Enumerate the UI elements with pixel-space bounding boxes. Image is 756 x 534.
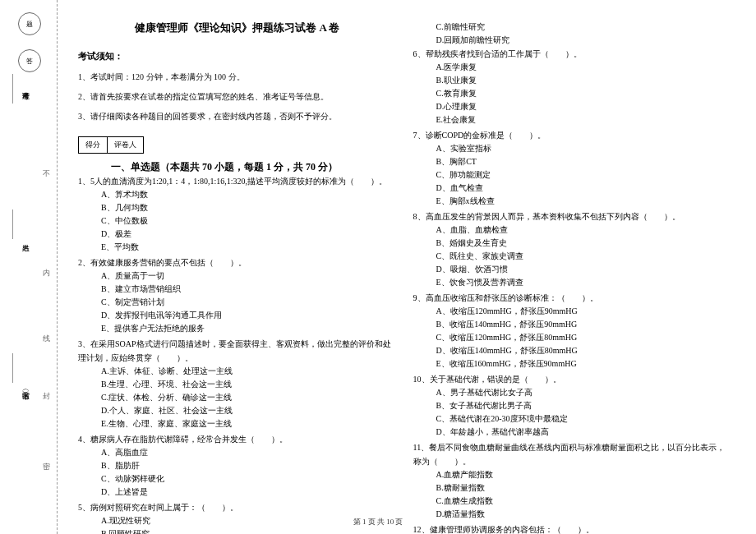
q9-c: C、收缩压120mmHG，舒张压80mmHG	[436, 331, 732, 344]
notice-2: 2、请首先按要求在试卷的指定位置填写您的姓名、准考证号等信息。	[78, 90, 397, 104]
q7-b: B、胸部CT	[436, 155, 732, 168]
q3-b: B.生理、心理、环境、社会这一主线	[101, 378, 397, 391]
q8: 8、高血压发生的背景因人而异，基本资料收集不包括下列内容（ ）。 A、血脂、血糖…	[413, 209, 732, 289]
q9-a: A、收缩压120mmHG，舒张压90mmHG	[436, 305, 732, 318]
section-title: 一、单选题（本题共 70 小题，每题 1 分，共 70 分）	[111, 160, 338, 174]
q8-d: D、吸烟、饮酒习惯	[436, 263, 732, 276]
q3-d: D.个人、家庭、社区、社会这一主线	[101, 404, 397, 417]
q6: 6、帮助残疾者找到合适的工作属于（ ）。 A.医学康复 B.职业康复 C.教育康…	[413, 47, 732, 127]
notice-1: 1、考试时间：120 分钟，本卷满分为 100 分。	[78, 71, 397, 84]
q6-b: B.职业康复	[436, 74, 732, 87]
q6-stem: 6、帮助残疾者找到合适的工作属于（ ）。	[413, 47, 732, 61]
score-box: 得分 评卷人	[78, 136, 144, 154]
q6-e: E.社会康复	[436, 113, 732, 127]
q5-d: D.回顾加前瞻性研究	[436, 34, 732, 47]
q8-b: B、婚姻史及生育史	[436, 237, 732, 250]
notice-3: 3、请仔细阅读各种题目的回答要求，在密封线内答题，否则不予评分。	[78, 110, 397, 123]
q1-a: A、算术均数	[101, 188, 397, 201]
q1-b: B、几何均数	[101, 201, 397, 214]
q11-c: C.血糖生成指数	[436, 495, 732, 508]
page-footer: 第 1 页 共 10 页	[0, 517, 756, 527]
q4: 4、糖尿病人存在脂肪代谢障碍，经常合并发生（ ）。 A、高脂血症 B、脂肪肝 C…	[78, 432, 397, 499]
q3: 3、在采用SOAP格式进行问题描述时，要全面获得主、客观资料，做出完整的评价和处…	[78, 337, 397, 430]
left-column: 健康管理师《理论知识》押题练习试卷 A 卷 考试须知： 1、考试时间：120 分…	[70, 21, 405, 526]
q4-b: B、脂肪肝	[101, 459, 397, 472]
exam-title: 健康管理师《理论知识》押题练习试卷 A 卷	[78, 21, 397, 35]
exam-page: 题 准考证号 ———— 答 不 姓名 ———— 内 线 省（市区） ———— 封…	[0, 0, 756, 534]
right-column: C.前瞻性研究 D.回顾加前瞻性研究 6、帮助残疾者找到合适的工作属于（ ）。 …	[405, 21, 740, 526]
q8-stem: 8、高血压发生的背景因人而异，基本资料收集不包括下列内容（ ）。	[413, 209, 732, 223]
q10: 10、关于基础代谢，错误的是（ ）。 A、男子基础代谢比女子高 B、女子基础代谢…	[413, 372, 732, 439]
q1-e: E、平均数	[101, 241, 397, 254]
mark-no: 不	[41, 164, 52, 168]
q2-stem: 2、有效健康服务营销的要点不包括（ ）。	[78, 255, 397, 269]
q7-e: E、胸部x线检查	[436, 195, 732, 208]
q3-c: C.症状、体检、分析、确诊这一主线	[101, 391, 397, 404]
q5-stem: 5、病例对照研究在时间上属于：（ ）。	[78, 500, 397, 514]
q2-c: C、制定营销计划	[101, 296, 397, 309]
score-section-row: 得分 评卷人 一、单选题（本题共 70 小题，每题 1 分，共 70 分）	[78, 130, 397, 174]
notice-header: 考试须知：	[78, 50, 397, 62]
q6-d: D.心理康复	[436, 100, 732, 113]
binding-margin: 题 准考证号 ———— 答 不 姓名 ———— 内 线 省（市区） ———— 封…	[0, 0, 58, 534]
content-area: 健康管理师《理论知识》押题练习试卷 A 卷 考试须知： 1、考试时间：120 分…	[58, 0, 756, 534]
q11-stem: 11、餐后不同食物血糖耐量曲线在基线内面积与标准糖耐量面积之比，以百分比表示，称…	[413, 440, 732, 468]
region-underline: ————	[10, 353, 18, 383]
q9-e: E、收缩压160mmHG，舒张压90mmHG	[436, 357, 732, 371]
q4-stem: 4、糖尿病人存在脂肪代谢障碍，经常合并发生（ ）。	[78, 432, 397, 446]
q11-a: A.血糖产能指数	[436, 468, 732, 481]
q10-b: B、女子基础代谢比男子高	[436, 399, 732, 412]
q10-c: C、基础代谢在20-30度环境中最稳定	[436, 412, 732, 426]
mark-inside: 内	[41, 263, 52, 266]
q7-stem: 7、诊断COPD的金标准是（ ）。	[413, 128, 732, 142]
q6-c: C.教育康复	[436, 87, 732, 100]
q9: 9、高血压收缩压和舒张压的诊断标准：（ ）。 A、收缩压120mmHG，舒张压9…	[413, 291, 732, 371]
q5-b: B.回顾性研究	[101, 527, 397, 534]
q2-d: D、发挥报刊电讯等沟通工具作用	[101, 309, 397, 322]
q7-c: C、肺功能测定	[436, 168, 732, 182]
q4-a: A、高脂血症	[101, 446, 397, 459]
score-col2: 评卷人	[108, 137, 143, 153]
q1: 1、5人的血清滴度为1:20,1：4，1:80,1:16,1:320,描述平均滴…	[78, 174, 397, 254]
q9-stem: 9、高血压收缩压和舒张压的诊断标准：（ ）。	[413, 291, 732, 305]
q1-stem: 1、5人的血清滴度为1:20,1：4，1:80,1:16,1:320,描述平均滴…	[78, 174, 397, 188]
stamp-circle-bottom: 答	[18, 49, 41, 72]
q11: 11、餐后不同食物血糖耐量曲线在基线内面积与标准糖耐量面积之比，以百分比表示，称…	[413, 440, 732, 521]
ticket-underline: ————	[10, 74, 18, 104]
q7-d: D、血气检查	[436, 182, 732, 195]
mark-secret: 密	[41, 456, 52, 459]
q3-e: E.生物、心理、家庭、家庭这一主线	[101, 417, 397, 430]
mark-seal: 封	[41, 386, 52, 389]
q5-c: C.前瞻性研究	[436, 21, 732, 34]
q6-a: A.医学康复	[436, 61, 732, 74]
q2-e: E、提供客户无法拒绝的服务	[101, 322, 397, 335]
stamp-circle-top: 题	[18, 12, 41, 35]
q4-c: C、动脉粥样硬化	[101, 472, 397, 486]
q9-b: B、收缩压140mmHG，舒张压90mmHG	[436, 318, 732, 331]
q1-c: C、中位数极	[101, 214, 397, 228]
name-underline: ————	[10, 209, 18, 239]
q8-e: E、饮食习惯及营养调查	[436, 276, 732, 289]
q2: 2、有效健康服务营销的要点不包括（ ）。 A、质量高于一切 B、建立市场营销组织…	[78, 255, 397, 335]
q8-a: A、血脂、血糖检查	[436, 223, 732, 237]
q1-d: D、极差	[101, 228, 397, 241]
q3-a: A.主诉、体征、诊断、处理这一主线	[101, 365, 397, 378]
q4-d: D、上述皆是	[101, 486, 397, 499]
q10-stem: 10、关于基础代谢，错误的是（ ）。	[413, 372, 732, 386]
q2-a: A、质量高于一切	[101, 269, 397, 283]
q2-b: B、建立市场营销组织	[101, 283, 397, 296]
q9-d: D、收缩压140mmHG，舒张压80mmHG	[436, 344, 732, 357]
score-col1: 得分	[79, 137, 108, 153]
q8-c: C、既往史、家族史调查	[436, 250, 732, 263]
q10-d: D、年龄越小，基础代谢率越高	[436, 426, 732, 439]
q3-stem: 3、在采用SOAP格式进行问题描述时，要全面获得主、客观资料，做出完整的评价和处…	[78, 337, 397, 365]
mark-line: 线	[41, 329, 52, 332]
q10-a: A、男子基础代谢比女子高	[436, 386, 732, 399]
q7: 7、诊断COPD的金标准是（ ）。 A、实验室指标 B、胸部CT C、肺功能测定…	[413, 128, 732, 208]
q7-a: A、实验室指标	[436, 142, 732, 155]
q11-b: B.糖耐量指数	[436, 481, 732, 495]
